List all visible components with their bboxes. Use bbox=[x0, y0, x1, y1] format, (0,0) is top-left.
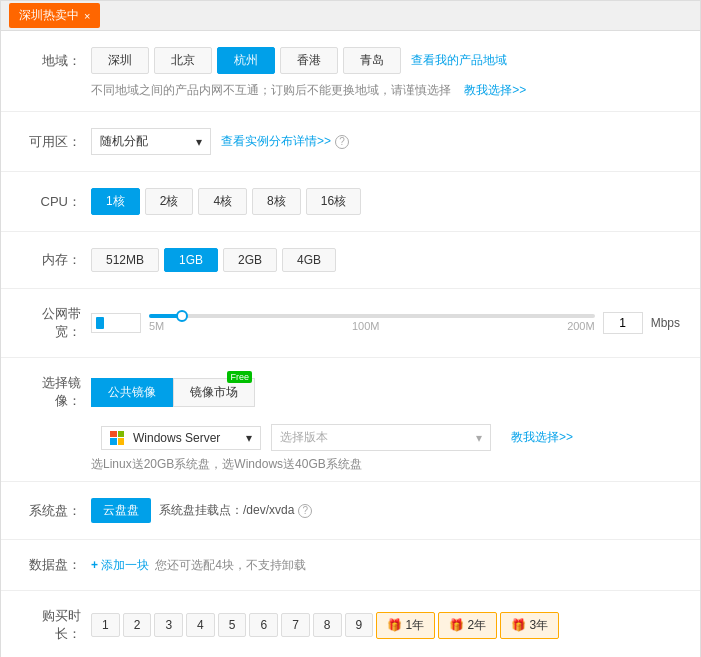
data-disk-label: 数据盘： bbox=[21, 556, 91, 574]
bandwidth-unit: Mbps bbox=[651, 316, 680, 330]
cpu-row: CPU： 1核 2核 4核 8核 16核 bbox=[21, 180, 680, 223]
image-row: 选择镜像： 公共镜像 Free 镜像市场 bbox=[21, 366, 680, 418]
image-tab-market[interactable]: Free 镜像市场 bbox=[173, 378, 255, 407]
os-selected-label: Windows Server bbox=[133, 431, 220, 445]
region-row: 地域： 深圳 北京 杭州 香港 青岛 查看我的产品地域 bbox=[21, 39, 680, 82]
dur-btn-8[interactable]: 8 bbox=[313, 613, 342, 637]
cpu-label: CPU： bbox=[21, 193, 91, 211]
ram-btn-1g[interactable]: 1GB bbox=[164, 248, 218, 272]
cpu-btn-1[interactable]: 1核 bbox=[91, 188, 140, 215]
region-btn-shenzhen[interactable]: 深圳 bbox=[91, 47, 149, 74]
region-btn-hongkong[interactable]: 香港 bbox=[280, 47, 338, 74]
region-hint: 不同地域之间的产品内网不互通；订购后不能更换地域，请谨慎选择 教我选择>> bbox=[91, 82, 680, 103]
gift-icon-2yr: 🎁 bbox=[449, 618, 464, 632]
os-hint: 选Linux送20GB系统盘，选Windows送40GB系统盘 bbox=[91, 457, 362, 471]
duration-section: 购买时长： 1 2 3 4 5 6 7 8 9 🎁 1年 🎁 2年 bbox=[1, 591, 700, 657]
duration-label: 购买时长： bbox=[21, 607, 91, 643]
dur-btn-2[interactable]: 2 bbox=[123, 613, 152, 637]
system-disk-section: 系统盘： 云盘盘 系统盘挂载点：/dev/xvda ? bbox=[1, 482, 700, 540]
dur-btn-6[interactable]: 6 bbox=[249, 613, 278, 637]
az-selected: 随机分配 bbox=[100, 133, 148, 150]
data-disk-row: 数据盘： + 添加一块 您还可选配4块，不支持卸载 bbox=[21, 548, 680, 582]
dur-btn-2yr[interactable]: 🎁 2年 bbox=[438, 612, 497, 639]
bw-mark-200m: 200M bbox=[567, 320, 595, 332]
az-select[interactable]: 随机分配 ▾ bbox=[91, 128, 211, 155]
add-disk-btn[interactable]: + 添加一块 bbox=[91, 557, 149, 574]
bandwidth-input[interactable] bbox=[603, 312, 643, 334]
tab-bar: 深圳热卖中 × bbox=[1, 1, 700, 31]
data-disk-section: 数据盘： + 添加一块 您还可选配4块，不支持卸载 bbox=[1, 540, 700, 591]
version-select[interactable]: 选择版本 ▾ bbox=[271, 424, 491, 451]
cpu-btn-2[interactable]: 2核 bbox=[145, 188, 194, 215]
close-icon[interactable]: × bbox=[84, 10, 90, 22]
ram-label: 内存： bbox=[21, 251, 91, 269]
windows-icon bbox=[110, 431, 124, 445]
dur-btn-3yr[interactable]: 🎁 3年 bbox=[500, 612, 559, 639]
cpu-btn-group: 1核 2核 4核 8核 16核 bbox=[91, 188, 361, 215]
view-region-link[interactable]: 查看我的产品地域 bbox=[411, 52, 507, 69]
dur-btn-3[interactable]: 3 bbox=[154, 613, 183, 637]
bandwidth-label: 公网带宽： bbox=[21, 305, 91, 341]
image-label: 选择镜像： bbox=[21, 374, 91, 410]
dur-btn-9[interactable]: 9 bbox=[345, 613, 374, 637]
az-section: 可用区： 随机分配 ▾ 查看实例分布详情>> ? bbox=[1, 112, 700, 172]
version-placeholder: 选择版本 bbox=[280, 429, 328, 446]
az-chevron-icon: ▾ bbox=[196, 135, 202, 149]
os-select[interactable]: Windows Server ▾ bbox=[101, 426, 261, 450]
region-btn-hangzhou[interactable]: 杭州 bbox=[217, 47, 275, 74]
os-row: Windows Server ▾ 选择版本 ▾ 教我选择>> bbox=[21, 424, 680, 451]
region-hint-link[interactable]: 教我选择>> bbox=[464, 83, 526, 97]
bw-mark-5m: 5M bbox=[149, 320, 164, 332]
gift-icon-1yr: 🎁 bbox=[387, 618, 402, 632]
image-section: 选择镜像： 公共镜像 Free 镜像市场 Windows Server bbox=[1, 358, 700, 482]
az-label: 可用区： bbox=[21, 133, 91, 151]
dur-btn-1[interactable]: 1 bbox=[91, 613, 120, 637]
cpu-btn-4[interactable]: 4核 bbox=[198, 188, 247, 215]
ram-row: 内存： 512MB 1GB 2GB 4GB bbox=[21, 240, 680, 280]
free-badge: Free bbox=[227, 371, 252, 383]
bandwidth-slider[interactable]: 5M 100M 200M bbox=[149, 314, 595, 332]
ram-btn-2g[interactable]: 2GB bbox=[223, 248, 277, 272]
cpu-btn-16[interactable]: 16核 bbox=[306, 188, 361, 215]
region-btn-qingdao[interactable]: 青岛 bbox=[343, 47, 401, 74]
cpu-section: CPU： 1核 2核 4核 8核 16核 bbox=[1, 172, 700, 232]
dur-btn-7[interactable]: 7 bbox=[281, 613, 310, 637]
tab-label: 深圳热卖中 bbox=[19, 7, 79, 24]
ram-section: 内存： 512MB 1GB 2GB 4GB bbox=[1, 232, 700, 289]
az-row: 可用区： 随机分配 ▾ 查看实例分布详情>> ? bbox=[21, 120, 680, 163]
bw-mark-100m: 100M bbox=[352, 320, 380, 332]
region-label: 地域： bbox=[21, 52, 91, 70]
bandwidth-row: 公网带宽： 5M 100M 200M Mbps bbox=[21, 297, 680, 349]
region-btn-beijing[interactable]: 北京 bbox=[154, 47, 212, 74]
os-chevron-icon: ▾ bbox=[246, 431, 252, 445]
system-disk-hint: 系统盘挂载点：/dev/xvda bbox=[159, 502, 294, 519]
duration-row: 购买时长： 1 2 3 4 5 6 7 8 9 🎁 1年 🎁 2年 bbox=[21, 599, 680, 651]
duration-btn-group: 1 2 3 4 5 6 7 8 9 🎁 1年 🎁 2年 🎁 bbox=[91, 612, 559, 639]
data-disk-hint: 您还可选配4块，不支持卸载 bbox=[155, 557, 306, 574]
cpu-btn-8[interactable]: 8核 bbox=[252, 188, 301, 215]
system-disk-label: 系统盘： bbox=[21, 502, 91, 520]
system-disk-question-icon[interactable]: ? bbox=[298, 504, 312, 518]
dur-btn-5[interactable]: 5 bbox=[218, 613, 247, 637]
active-tab[interactable]: 深圳热卖中 × bbox=[9, 3, 100, 28]
ram-btn-group: 512MB 1GB 2GB 4GB bbox=[91, 248, 336, 272]
az-question-icon[interactable]: ? bbox=[335, 135, 349, 149]
ram-btn-4g[interactable]: 4GB bbox=[282, 248, 336, 272]
ram-btn-512[interactable]: 512MB bbox=[91, 248, 159, 272]
dur-btn-4[interactable]: 4 bbox=[186, 613, 215, 637]
version-link[interactable]: 教我选择>> bbox=[511, 429, 573, 446]
dur-btn-1yr[interactable]: 🎁 1年 bbox=[376, 612, 435, 639]
system-disk-btn[interactable]: 云盘盘 bbox=[91, 498, 151, 523]
system-disk-row: 系统盘： 云盘盘 系统盘挂载点：/dev/xvda ? bbox=[21, 490, 680, 531]
az-detail-link[interactable]: 查看实例分布详情>> bbox=[221, 133, 331, 150]
region-btn-group: 深圳 北京 杭州 香港 青岛 bbox=[91, 47, 401, 74]
image-tab-public[interactable]: 公共镜像 bbox=[91, 378, 173, 407]
bandwidth-section: 公网带宽： 5M 100M 200M Mbps bbox=[1, 289, 700, 358]
region-section: 地域： 深圳 北京 杭州 香港 青岛 查看我的产品地域 不同地域之间的产品内网不… bbox=[1, 31, 700, 112]
image-tab-group: 公共镜像 Free 镜像市场 bbox=[91, 378, 255, 407]
gift-icon-3yr: 🎁 bbox=[511, 618, 526, 632]
version-chevron-icon: ▾ bbox=[476, 431, 482, 445]
